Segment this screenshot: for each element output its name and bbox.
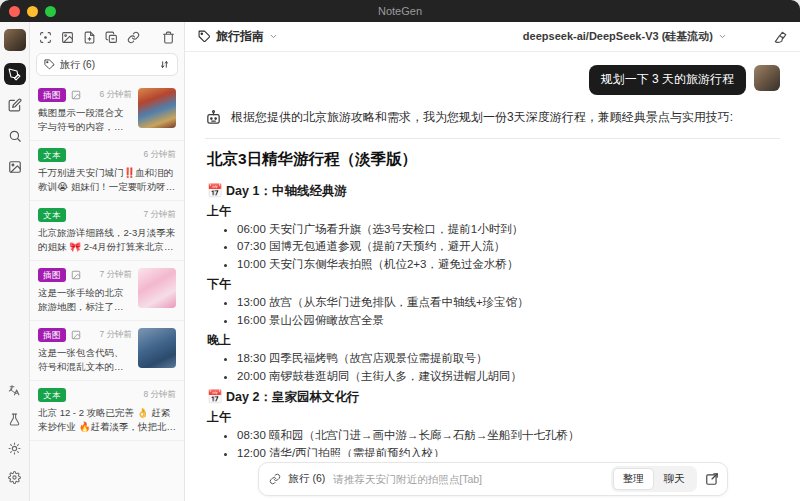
- itinerary-item: 06:00 天安门广场看升旗（选3号安检口，提前1小时到）: [237, 221, 780, 239]
- itinerary-item: 10:00 天安门东侧华表拍照（机位2+3，避免过金水桥）: [237, 256, 780, 274]
- compose-note-button[interactable]: [4, 94, 26, 116]
- link-context-icon: [269, 473, 281, 485]
- gallery-button[interactable]: [4, 156, 26, 178]
- message-divider: [205, 138, 780, 139]
- itinerary-item: 13:00 故宫（从东华门进免排队，重点看中轴线+珍宝馆）: [237, 294, 780, 312]
- theme-toggle-button[interactable]: [4, 437, 26, 459]
- chevron-down-icon: [269, 32, 278, 41]
- period-label: 晚上: [207, 331, 780, 349]
- mode-switch: 整理 聊天: [611, 466, 697, 492]
- flask-icon: [8, 413, 21, 426]
- link-capture-icon[interactable]: [127, 31, 140, 44]
- note-type-badge: 插图: [38, 328, 66, 342]
- sort-icon[interactable]: [159, 59, 170, 70]
- itinerary-item: 20:00 南锣鼓巷逛胡同（主街人多，建议拐进帽儿胡同）: [237, 368, 780, 386]
- model-label: deepseek-ai/DeepSeek-V3 (硅基流动): [523, 29, 713, 44]
- note-list: 插图 6 分钟前 截图显示一段混合文字与符号的内容，包含多行无序排列的字母、数字…: [30, 81, 184, 501]
- itinerary-item: 12:00 清华/西门拍照（需提前预约入校）: [237, 445, 780, 457]
- tag-icon: [198, 30, 211, 43]
- itinerary-item: 16:00 景山公园俯瞰故宫全景: [237, 312, 780, 330]
- chat-mode-button[interactable]: 聊天: [654, 468, 695, 490]
- note-text: 千万别进天安门城门‼️血和泪的教训😭 姐妹们！一定要听劝呀 ❗ 除非是预约了参观…: [38, 166, 176, 195]
- gear-icon: [8, 471, 21, 484]
- left-rail: [0, 22, 30, 501]
- clear-chat-button[interactable]: [773, 30, 787, 44]
- itinerary-markdown: 北京3日精华游行程（淡季版） 📅 Day 1：中轴线经典游 上午 06:00 天…: [205, 149, 780, 457]
- notes-sidebar: 旅行 (6) 插图 6 分钟前 截图显示一段混合文字与符号的内容，包含多行无序排…: [30, 22, 185, 501]
- day-heading: 📅 Day 2：皇家园林文化行: [207, 387, 780, 407]
- translate-button[interactable]: [4, 379, 26, 401]
- attachment-image-icon: [71, 330, 81, 340]
- note-card[interactable]: 插图 7 分钟前 这是一张包含代码、符号和混乱文本的截图，内容难以辨识，似乎涉及…: [30, 321, 184, 381]
- notes-record-button[interactable]: [4, 63, 26, 85]
- itinerary-item: 18:30 四季民福烤鸭（故宫店观景位需提前取号）: [237, 350, 780, 368]
- note-type-badge: 插图: [38, 88, 66, 102]
- assistant-message-row: 根据您提供的北京旅游攻略和需求，我为您规划一份3天深度游行程，兼顾经典景点与实用…: [205, 108, 780, 126]
- itinerary-list: 06:00 天安门广场看升旗（选3号安检口，提前1小时到）07:30 国博无包通…: [207, 221, 780, 274]
- chat-input-bar: 旅行 (6) 整理 聊天: [258, 462, 728, 496]
- pen-icon: [8, 68, 21, 81]
- period-label: 下午: [207, 275, 780, 293]
- attachment-image-icon: [71, 270, 81, 280]
- itinerary-item: 08:30 颐和园（北宫门进→画中游→长廊→石舫→坐船到十七孔桥）: [237, 427, 780, 445]
- tag-filter-label: 旅行 (6): [60, 58, 95, 72]
- note-time: 7 分钟前: [99, 269, 132, 281]
- assistant-intro-text: 根据您提供的北京旅游攻略和需求，我为您规划一份3天深度游行程，兼顾经典景点与实用…: [231, 108, 733, 126]
- note-card[interactable]: 文本 8 分钟前 北京 12 - 2 攻略已完善 👌 赶紧来抄作业 🔥赶着淡季，…: [30, 381, 184, 441]
- app-window: NoteGen: [0, 0, 800, 501]
- sidebar-toolbar: [30, 22, 184, 52]
- message-input[interactable]: [333, 473, 602, 485]
- user-message-bubble: 规划一下 3 天的旅游行程: [589, 65, 746, 95]
- clipboard-copy-icon[interactable]: [105, 31, 118, 44]
- organize-mode-button[interactable]: 整理: [613, 468, 654, 490]
- send-button[interactable]: [705, 472, 719, 486]
- period-label: 上午: [207, 408, 780, 426]
- settings-button[interactable]: [4, 466, 26, 488]
- itinerary-item: 07:30 国博无包通道参观（提前7天预约，避开人流）: [237, 238, 780, 256]
- itinerary-list: 13:00 故宫（从东华门进免排队，重点看中轴线+珍宝馆）16:00 景山公园俯…: [207, 294, 780, 329]
- note-time: 8 分钟前: [143, 389, 176, 401]
- period-label: 上午: [207, 202, 780, 220]
- user-message-row: 规划一下 3 天的旅游行程: [205, 65, 780, 95]
- input-zone: 旅行 (6) 整理 聊天: [185, 457, 800, 501]
- chat-header: 旅行指南 deepseek-ai/DeepSeek-V3 (硅基流动): [185, 22, 800, 52]
- sync-button[interactable]: [4, 408, 26, 430]
- itinerary-list: 08:30 颐和园（北宫门进→画中游→长廊→石舫→坐船到十七孔桥）12:00 清…: [207, 427, 780, 457]
- note-text: 这是一张手绘的北京旅游地图，标注了景点、交通方式和门票价格，如天安...: [38, 286, 132, 315]
- model-selector[interactable]: deepseek-ai/DeepSeek-V3 (硅基流动): [523, 29, 727, 44]
- note-text: 这是一张包含代码、符号和混乱文本的截图，内容难以辨识，似乎涉及技术...: [38, 346, 132, 375]
- chat-scroll-area[interactable]: 规划一下 3 天的旅游行程 根据您提供的北京旅游攻略和需求，我为您规划一份3天深…: [185, 52, 800, 457]
- tag-icon: [44, 59, 55, 70]
- note-thumbnail: [138, 268, 176, 308]
- robot-icon: [205, 109, 222, 126]
- context-tag-label[interactable]: 旅行 (6): [289, 472, 326, 486]
- file-note-icon[interactable]: [83, 31, 96, 44]
- attachment-image-icon: [71, 90, 81, 100]
- note-card[interactable]: 文本 7 分钟前 北京旅游详细路线，2-3月淡季来的姐妹 🎀 2-4月份打算来北…: [30, 201, 184, 261]
- day-heading: 📅 Day 1：中轴线经典游: [207, 181, 780, 201]
- insert-image-icon[interactable]: [61, 31, 74, 44]
- user-avatar: [754, 65, 780, 91]
- note-card[interactable]: 插图 7 分钟前 这是一张手绘的北京旅游地图，标注了景点、交通方式和门票价格，如…: [30, 261, 184, 321]
- screenshot-capture-icon[interactable]: [39, 31, 52, 44]
- note-text: 北京 12 - 2 攻略已完善 👌 赶紧来抄作业 🔥赶着淡季，快把北京旅游攻略重…: [38, 406, 176, 435]
- trash-icon[interactable]: [162, 31, 175, 44]
- user-avatar[interactable]: [4, 29, 26, 51]
- search-icon: [8, 129, 22, 143]
- note-text: 北京旅游详细路线，2-3月淡季来的姐妹 🎀 2-4月份打算来北京玩的宝子 不用再…: [38, 226, 176, 255]
- tag-filter[interactable]: 旅行 (6): [36, 53, 178, 76]
- note-time: 6 分钟前: [143, 149, 176, 161]
- note-card[interactable]: 文本 6 分钟前 千万别进天安门城门‼️血和泪的教训😭 姐妹们！一定要听劝呀 ❗…: [30, 141, 184, 201]
- search-button[interactable]: [4, 125, 26, 147]
- translate-icon: [8, 384, 21, 397]
- conversation-tag-selector[interactable]: 旅行指南: [198, 28, 278, 45]
- note-text: 截图显示一段混合文字与符号的内容，包含多行无序排列的字母、数字和符...: [38, 106, 132, 135]
- note-type-badge: 文本: [38, 388, 66, 402]
- note-card[interactable]: 插图 6 分钟前 截图显示一段混合文字与符号的内容，包含多行无序排列的字母、数字…: [30, 81, 184, 141]
- note-time: 7 分钟前: [99, 329, 132, 341]
- note-thumbnail: [138, 88, 176, 128]
- itinerary-list: 18:30 四季民福烤鸭（故宫店观景位需提前取号）20:00 南锣鼓巷逛胡同（主…: [207, 350, 780, 385]
- note-thumbnail: [138, 328, 176, 368]
- note-type-badge: 插图: [38, 268, 66, 282]
- sun-icon: [8, 442, 21, 455]
